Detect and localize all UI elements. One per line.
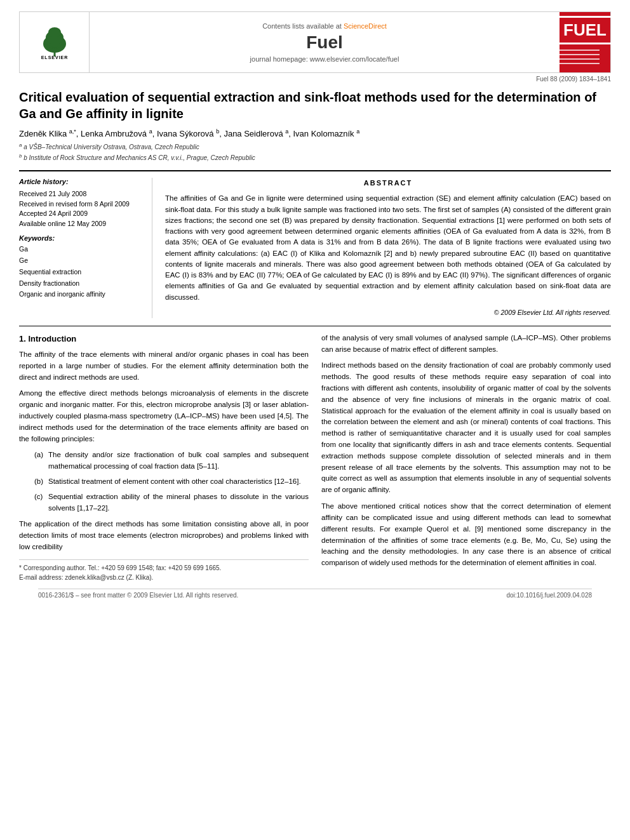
sciencedirect-link[interactable]: ScienceDirect [344,22,387,30]
list-label-c: (c) [34,491,48,514]
fuel-logo-container: FUEL [560,12,610,72]
keyword-1: Ga [19,244,143,255]
elsevier-logo-container: ELSEVIER [20,12,90,72]
body-right-col: of the analysis of very small volumes of… [321,333,611,582]
journal-name: Fuel [306,32,343,53]
intro-para-2: Among the effective direct methods belon… [19,388,309,444]
footnote-section: * Corresponding author. Tel.: +420 59 69… [19,559,309,582]
info-abstract-row: Article history: Received 21 July 2008 R… [19,170,611,318]
keyword-2: Ge [19,255,143,267]
list-item-b: (b) Statistical treatment of element con… [28,476,309,488]
bottom-bar: 0016-2361/$ – see front matter © 2009 El… [38,589,592,599]
svg-text:ELSEVIER: ELSEVIER [41,55,68,60]
list-text-a: The density and/or size fractionation of… [48,450,309,472]
fuel-logo-lines [556,47,613,69]
copyright-text: © 2009 Elsevier Ltd. All rights reserved… [165,308,611,318]
abstract-text: The affinities of Ga and Ge in lignite w… [165,193,611,303]
list-label-a: (a) [34,450,48,472]
article-info-heading: Article history: [19,178,143,185]
keywords-list: Ga Ge Sequential extraction Density frac… [19,244,143,300]
keywords-heading: Keywords: [19,234,143,242]
sciencedirect-text: Contents lists available at ScienceDirec… [262,22,387,30]
authors: Zdeněk Klika a,*, Lenka Ambružová a, Iva… [19,128,611,138]
list-text-b: Statistical treatment of element content… [48,476,309,488]
keyword-3: Sequential extraction [19,267,143,278]
abstract-col: ABSTRACT The affinities of Ga and Ge in … [165,178,611,318]
list-item-c: (c) Sequential extraction ability of the… [28,491,309,514]
body-left-col: 1. Introduction The affinity of the trac… [19,333,309,582]
body-content: 1. Introduction The affinity of the trac… [19,333,611,582]
fuel-box-label: FUEL [556,16,613,44]
received-date: Received 21 July 2008 [19,189,143,199]
intro-para-1: The affinity of the trace elements with … [19,349,309,383]
right-para-2: Indirect methods based on the density fr… [321,360,611,496]
article-title: Critical evaluation of sequential extrac… [19,89,611,122]
intro-para-after: The application of the direct methods ha… [19,519,309,552]
intro-list: (a) The density and/or size fractionatio… [19,450,309,514]
journal-header: ELSEVIER Contents lists available at Sci… [19,11,611,73]
revised-date: Received in revised form 8 April 2009 [19,199,143,210]
affiliations: a a VŠB–Technical University Ostrava, Os… [19,142,611,163]
footnote-corresponding: * Corresponding author. Tel.: +420 59 69… [19,563,309,573]
online-date: Available online 12 May 2009 [19,219,143,229]
abstract-heading: ABSTRACT [165,178,611,189]
issn-text: 0016-2361/$ – see front matter © 2009 El… [38,592,238,599]
right-para-1: of the analysis of very small volumes of… [321,333,611,356]
article-info-col: Article history: Received 21 July 2008 R… [19,178,152,318]
keyword-5: Organic and inorganic affinity [19,289,143,300]
list-text-c: Sequential extraction ability of the min… [48,491,309,514]
journal-homepage: journal homepage: www.elsevier.com/locat… [250,55,399,63]
right-para-3: The above mentioned critical notices sho… [321,501,611,569]
keyword-4: Density fractionation [19,278,143,290]
accepted-date: Accepted 24 April 2009 [19,209,143,219]
footnote-email: E-mail address: zdenek.klika@vsb.cz (Z. … [19,573,309,582]
svg-point-4 [48,27,61,37]
elsevier-tree-icon: ELSEVIER [32,25,77,60]
doi-text: doi:10.1016/j.fuel.2009.04.028 [506,592,592,599]
list-label-b: (b) [34,476,48,488]
article-info-line: Fuel 88 (2009) 1834–1841 [19,76,611,83]
header-center: Contents lists available at ScienceDirec… [90,12,560,72]
section-divider [19,326,611,326]
main-content: Critical evaluation of sequential extrac… [19,89,611,599]
list-item-a: (a) The density and/or size fractionatio… [28,450,309,472]
introduction-heading: 1. Introduction [19,333,309,345]
